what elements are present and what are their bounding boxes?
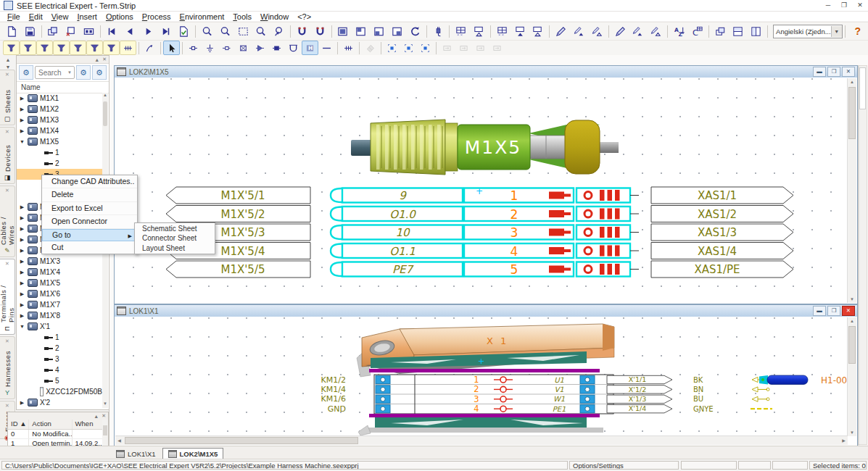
terminal-filled-icon[interactable]	[268, 41, 285, 55]
wire-pen-insert-icon[interactable]	[570, 23, 588, 40]
scroll-thumb[interactable]	[848, 87, 856, 139]
snap-grid-icon[interactable]	[400, 41, 417, 55]
recalc-icon[interactable]	[688, 23, 706, 40]
menu-view[interactable]: View	[47, 12, 73, 21]
expander-icon[interactable]: ▶	[19, 291, 25, 297]
search-dropdown-icon[interactable]: ▼	[67, 70, 74, 75]
expander-icon[interactable]: ▶	[19, 259, 25, 264]
canvas-vscrollbar[interactable]: ▲ ▼	[847, 78, 856, 303]
expander-icon[interactable]: ▶	[19, 226, 25, 232]
canvas-vscrollbar[interactable]: ▲ ▼	[847, 317, 856, 436]
snap-magnet-component-icon[interactable]	[311, 23, 329, 40]
help-button[interactable]: ?	[848, 25, 868, 37]
workspace-scrollbar[interactable]	[858, 65, 867, 445]
stub-right-icon[interactable]	[455, 41, 472, 55]
menu-environment[interactable]: Environment	[175, 12, 229, 21]
sidebar-tab-terminals---pins[interactable]: ✕Terminals / Pins⊏	[0, 259, 15, 335]
tree-item-m1x'4[interactable]: ▶M1X'4	[17, 267, 102, 278]
dock-scroll-arrows[interactable]: ▲▼	[0, 55, 16, 70]
panel-close-icon[interactable]: ✕	[102, 57, 107, 62]
stub-left-icon[interactable]	[439, 41, 455, 55]
goto-sheet-icon[interactable]	[175, 23, 193, 40]
reroute-arrow-icon[interactable]	[141, 41, 158, 55]
sidebar-tab-devices[interactable]: ✕Devices◨	[0, 127, 15, 184]
settings-gear-button[interactable]: ⚙	[19, 65, 33, 80]
dock-arrow-up-icon[interactable]: ▲	[6, 57, 11, 62]
wire-source-label[interactable]: KM1/6	[321, 394, 346, 404]
scroll-down-icon[interactable]: ▼	[848, 429, 856, 436]
tree-item-2[interactable]: 2	[17, 343, 102, 354]
search-input[interactable]	[36, 68, 67, 78]
expander-icon[interactable]: ▶	[19, 270, 25, 275]
menu-?[interactable]: <?>	[293, 12, 315, 21]
menu-window[interactable]: Window	[256, 12, 293, 21]
tree-item-m1x4[interactable]: ▶M1X4	[17, 125, 102, 136]
submenu-item-connector-sheet[interactable]: Connector Sheet	[135, 233, 215, 243]
window-cascade-icon[interactable]	[711, 23, 729, 40]
scroll-up-icon[interactable]: ▲	[848, 317, 856, 325]
options-settings-cell[interactable]: Options/Settings	[569, 461, 679, 470]
snap-clamp-icon[interactable]	[417, 41, 434, 55]
menu-file[interactable]: File	[3, 12, 25, 21]
terminal-row-m1x'52[interactable]: M1X'5/2O1.02XAS1/2	[166, 206, 793, 222]
view-quarter-br-icon[interactable]	[388, 23, 406, 40]
sheet-window-lok2-m1x5[interactable]: LOK2\M1X5 ▬❐✕ M1X5M1X'5/191XAS1/1+M1X'5/…	[114, 65, 858, 304]
insert-plug-icon[interactable]	[429, 23, 447, 40]
h-terminal-icon[interactable]	[302, 41, 318, 55]
child-window-titlebar[interactable]: LOK2\M1X5 ▬❐✕	[115, 66, 857, 78]
terminal-filter-5-icon[interactable]	[70, 41, 86, 55]
close-button[interactable]: ✕	[842, 306, 855, 316]
line-icon[interactable]	[318, 41, 335, 55]
cad-canvas-top[interactable]: M1X5M1X'5/191XAS1/1+M1X'5/2O1.02XAS1/2M1…	[115, 78, 848, 303]
pins-row-icon[interactable]	[340, 41, 357, 55]
sheet-tab-lok2-m1x5[interactable]: LOK2\M1X5	[162, 448, 224, 459]
menu-insert[interactable]: Insert	[73, 12, 102, 21]
harness-cable-symbol[interactable]: H1-001	[759, 375, 848, 385]
tree-item-2[interactable]: 2	[17, 158, 102, 169]
terminal-cross-icon[interactable]	[235, 41, 252, 55]
node-icon[interactable]	[185, 41, 202, 55]
panel-collapse-bar[interactable]: ▲✕	[17, 56, 109, 64]
history-header[interactable]: ID ▲ActionWhen	[8, 420, 102, 430]
save-icon[interactable]	[21, 23, 39, 40]
tree-item-x'1[interactable]: ▼X'1	[17, 321, 102, 332]
expander-icon[interactable]: ▶	[19, 400, 25, 406]
terminal-filter-4-icon[interactable]	[53, 41, 70, 55]
first-sheet-icon[interactable]	[103, 23, 121, 40]
tree-item-m1x3[interactable]: ▶M1X3	[17, 114, 102, 125]
context-item-delete[interactable]: Delete	[42, 188, 137, 201]
close-button[interactable]: ✕	[842, 67, 855, 77]
tree-item-xzcc12fdm50b[interactable]: XZCC12FDM50B	[17, 386, 102, 397]
title-bar[interactable]: SEE Electrical Expert - Term.Strip ─❐✕	[0, 0, 868, 12]
cable-pen-remove-icon[interactable]	[647, 23, 665, 40]
wire-source-label[interactable]: KM1/4	[321, 385, 346, 394]
expander-icon[interactable]: ▶	[19, 107, 25, 112]
add-gear-button[interactable]: ⚙	[92, 65, 107, 80]
expander-icon[interactable]: ▶	[19, 248, 25, 254]
pin-grid-icon[interactable]	[493, 23, 511, 40]
connector-3d-image[interactable]: M1X5	[351, 120, 619, 175]
cable-pen-icon[interactable]	[611, 23, 629, 40]
scroll-left-icon[interactable]: ◀	[115, 436, 123, 445]
terminal-row-m1x'55[interactable]: M1X'5/5PE75XAS1/PE	[166, 261, 793, 278]
context-item-open-connector[interactable]: Open Connector	[42, 215, 137, 228]
terminal-filter-7-icon[interactable]	[103, 41, 120, 55]
minimize-button[interactable]: ─	[820, 0, 836, 10]
tree-item-m1x5[interactable]: ▼M1X5	[17, 136, 102, 147]
expander-icon[interactable]: ▶	[19, 117, 25, 123]
history-scroll-thumb[interactable]	[103, 425, 107, 435]
tree-item-4[interactable]: 4	[17, 364, 102, 375]
terminal-grid-delta-icon[interactable]	[470, 23, 488, 40]
stub-closed-icon[interactable]	[489, 41, 505, 55]
clamp-icon[interactable]	[285, 41, 302, 55]
zoom-window-icon[interactable]	[234, 23, 252, 40]
eraser-icon[interactable]	[362, 41, 379, 55]
history-pin-icon[interactable]: ▲	[94, 414, 99, 419]
history-close-icon[interactable]: ✕	[102, 413, 106, 419]
snap-handle[interactable]: +	[476, 186, 483, 196]
filter-gear-button[interactable]: ⚙	[76, 65, 91, 80]
submenu-item-layout-sheet[interactable]: Layout Sheet	[135, 243, 215, 253]
restore-button[interactable]: ❐	[827, 67, 840, 77]
terminal-block-3d-image[interactable]: X 1+	[357, 324, 614, 377]
sidebar-tab-harnesses[interactable]: ✕HarnessesY	[0, 336, 15, 399]
